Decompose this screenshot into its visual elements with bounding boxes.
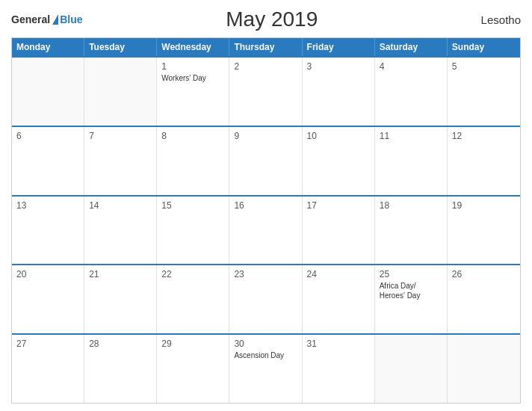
calendar-cell-w1-d5: 3	[303, 58, 375, 126]
header-thursday: Thursday	[229, 38, 302, 56]
header-tuesday: Tuesday	[84, 38, 157, 56]
day-number: 16	[234, 200, 297, 211]
calendar-week-5: 27282930Ascension Day31	[12, 333, 520, 403]
day-number: 21	[89, 269, 152, 279]
day-number: 29	[161, 339, 224, 349]
day-number: 8	[161, 131, 224, 141]
logo-general-text: General	[11, 13, 50, 25]
calendar-cell-w2-d7: 12	[448, 127, 520, 195]
calendar-cell-w2-d2: 7	[84, 127, 157, 195]
calendar-cell-w3-d1: 13	[12, 197, 84, 265]
day-number: 3	[307, 61, 370, 72]
day-number: 4	[380, 61, 442, 72]
calendar-cell-w4-d2: 21	[84, 265, 157, 333]
day-event: Workers' Day	[161, 73, 224, 83]
calendar-cell-w3-d2: 14	[84, 197, 157, 265]
day-number: 24	[307, 269, 370, 279]
day-number: 14	[89, 200, 152, 211]
day-number: 31	[307, 339, 370, 349]
day-number: 11	[380, 131, 442, 141]
calendar-week-1: 1Workers' Day2345	[12, 56, 520, 126]
day-number: 9	[234, 131, 297, 141]
month-title: May 2019	[82, 7, 461, 31]
day-number: 19	[452, 200, 516, 211]
logo-triangle-icon	[52, 14, 58, 25]
calendar-cell-w5-d6	[375, 335, 448, 403]
calendar-cell-w5-d5: 31	[303, 335, 375, 403]
day-event: Africa Day/ Heroes' Day	[380, 281, 442, 300]
calendar-week-3: 13141516171819	[12, 195, 520, 265]
day-number: 25	[380, 269, 442, 279]
logo: General Blue	[11, 13, 82, 25]
calendar-cell-w4-d6: 25Africa Day/ Heroes' Day	[375, 265, 448, 333]
day-event: Ascension Day	[234, 350, 297, 360]
calendar-body: 1Workers' Day234567891011121314151617181…	[12, 56, 520, 403]
calendar-cell-w1-d4: 2	[229, 58, 302, 126]
calendar-cell-w3-d5: 17	[303, 197, 375, 265]
calendar-cell-w1-d7: 5	[448, 58, 520, 126]
calendar-cell-w5-d1: 27	[12, 335, 84, 403]
calendar-cell-w1-d6: 4	[375, 58, 448, 126]
calendar-cell-w5-d4: 30Ascension Day	[229, 335, 302, 403]
calendar-cell-w4-d4: 23	[229, 265, 302, 333]
calendar-week-2: 6789101112	[12, 126, 520, 195]
day-number: 1	[161, 61, 224, 72]
calendar-cell-w1-d2	[84, 58, 157, 126]
day-number: 20	[16, 269, 79, 279]
logo-blue-text: Blue	[60, 13, 82, 25]
calendar-cell-w4-d1: 20	[12, 265, 84, 333]
day-number: 23	[234, 269, 297, 279]
calendar: Monday Tuesday Wednesday Thursday Friday…	[11, 37, 521, 404]
day-number: 6	[16, 131, 79, 141]
header-saturday: Saturday	[375, 38, 448, 56]
day-number: 15	[161, 200, 224, 211]
calendar-cell-w3-d4: 16	[229, 197, 302, 265]
header: General Blue May 2019 Lesotho	[11, 7, 521, 31]
day-number: 7	[89, 131, 152, 141]
calendar-cell-w3-d3: 15	[157, 197, 229, 265]
calendar-cell-w5-d2: 28	[84, 335, 157, 403]
day-number: 28	[89, 339, 152, 349]
day-number: 22	[161, 269, 224, 279]
header-friday: Friday	[303, 38, 375, 56]
day-number: 26	[452, 269, 516, 279]
calendar-cell-w2-d4: 9	[229, 127, 302, 195]
day-number: 18	[380, 200, 442, 211]
calendar-cell-w5-d3: 29	[157, 335, 229, 403]
calendar-cell-w2-d6: 11	[375, 127, 448, 195]
calendar-cell-w1-d1	[12, 58, 84, 126]
calendar-week-4: 202122232425Africa Day/ Heroes' Day26	[12, 264, 520, 333]
page: General Blue May 2019 Lesotho Monday Tue…	[0, 0, 532, 411]
day-number: 12	[452, 131, 516, 141]
calendar-cell-w5-d7	[448, 335, 520, 403]
calendar-cell-w4-d3: 22	[157, 265, 229, 333]
calendar-cell-w2-d1: 6	[12, 127, 84, 195]
calendar-cell-w3-d6: 18	[375, 197, 448, 265]
day-number: 13	[16, 200, 79, 211]
day-number: 30	[234, 339, 297, 349]
calendar-cell-w4-d5: 24	[303, 265, 375, 333]
day-number: 27	[16, 339, 79, 349]
country-label: Lesotho	[461, 13, 521, 26]
calendar-cell-w2-d3: 8	[157, 127, 229, 195]
header-wednesday: Wednesday	[157, 38, 229, 56]
day-number: 17	[307, 200, 370, 211]
calendar-header: Monday Tuesday Wednesday Thursday Friday…	[12, 38, 520, 56]
day-number: 2	[234, 61, 297, 72]
day-number: 5	[452, 61, 516, 72]
header-monday: Monday	[12, 38, 84, 56]
calendar-cell-w3-d7: 19	[448, 197, 520, 265]
calendar-cell-w1-d3: 1Workers' Day	[157, 58, 229, 126]
day-number: 10	[307, 131, 370, 141]
header-sunday: Sunday	[448, 38, 520, 56]
calendar-cell-w4-d7: 26	[448, 265, 520, 333]
calendar-cell-w2-d5: 10	[303, 127, 375, 195]
